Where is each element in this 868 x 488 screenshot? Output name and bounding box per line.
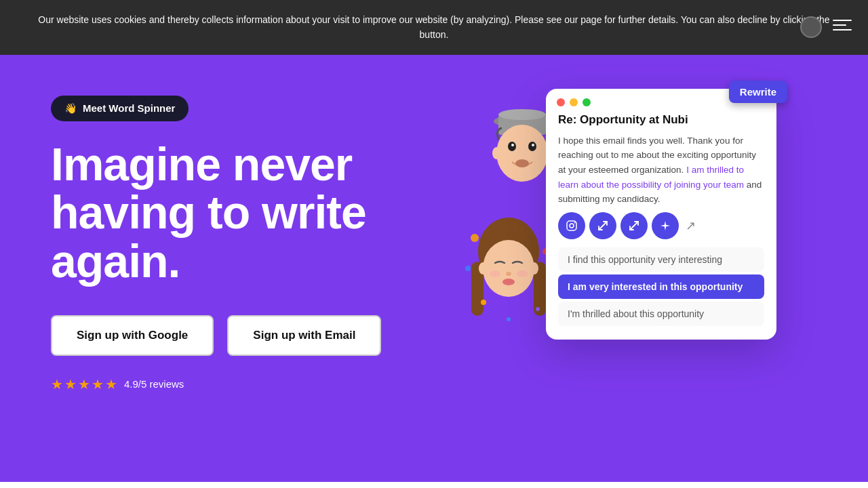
- signup-email-button[interactable]: Sign up with Email: [227, 315, 381, 356]
- user-avatar: [800, 16, 822, 38]
- hero-headline: Imagine never having to write again.: [51, 140, 444, 285]
- svg-point-22: [502, 279, 515, 285]
- svg-point-20: [490, 270, 500, 277]
- svg-point-11: [471, 234, 479, 242]
- svg-point-5: [528, 142, 536, 151]
- svg-point-27: [536, 307, 540, 311]
- traffic-light-yellow: [570, 98, 578, 106]
- star-5: ★: [105, 376, 117, 392]
- svg-point-2: [498, 109, 546, 120]
- cursor-indicator: ↗: [686, 218, 696, 233]
- svg-point-13: [465, 266, 471, 271]
- toolbar-expand-in-btn[interactable]: [620, 212, 648, 239]
- rating-text: 4.9/5 reviews: [124, 378, 184, 390]
- svg-point-30: [570, 224, 574, 228]
- card-body: Re: Opportunity at Nubi I hope this emai…: [546, 113, 776, 340]
- suggestions-list: I find this opportunity very interesting…: [558, 247, 764, 326]
- svg-point-28: [507, 317, 511, 321]
- svg-point-4: [508, 142, 516, 151]
- hero-buttons: Sign up with Google Sign up with Email: [51, 315, 444, 356]
- suggestion-item-2[interactable]: I am very interested in this opportunity: [558, 274, 764, 299]
- email-card: Rewrite Re: Opportunity at Nubi I hope t…: [546, 89, 776, 340]
- svg-point-25: [530, 262, 538, 274]
- email-subject: Re: Opportunity at Nubi: [558, 113, 764, 127]
- suggestion-item-1[interactable]: I find this opportunity very interesting: [558, 247, 764, 272]
- badge-text: Meet Word Spinner: [83, 102, 175, 114]
- toolbar-row: ↗: [558, 212, 764, 239]
- svg-point-21: [517, 270, 528, 277]
- svg-point-24: [479, 262, 487, 274]
- hero-left: 👋 Meet Word Spinner Imagine never having…: [51, 89, 444, 392]
- star-1: ★: [51, 376, 63, 392]
- cookie-banner: Our website uses cookies and thereby col…: [0, 0, 868, 55]
- rewrite-button[interactable]: Rewrite: [729, 81, 787, 103]
- suggestion-item-3[interactable]: I'm thrilled about this opportunity: [558, 302, 764, 326]
- traffic-light-green: [583, 98, 591, 106]
- star-2: ★: [64, 376, 77, 392]
- rating: ★ ★ ★ ★ ★ 4.9/5 reviews: [51, 376, 444, 392]
- signup-google-button[interactable]: Sign up with Google: [51, 315, 214, 356]
- toolbar-sparkle-btn[interactable]: [652, 212, 679, 239]
- cookie-text: Our website uses cookies and thereby col…: [38, 14, 829, 40]
- svg-point-26: [481, 300, 486, 305]
- traffic-light-red: [557, 98, 565, 106]
- badge-emoji: 👋: [64, 102, 77, 115]
- svg-point-23: [506, 272, 511, 276]
- svg-point-3: [496, 125, 548, 182]
- svg-point-19: [483, 240, 534, 297]
- hero-right: Rewrite Re: Opportunity at Nubi I hope t…: [444, 89, 817, 482]
- svg-point-31: [574, 222, 576, 223]
- star-4: ★: [92, 376, 104, 392]
- headline-line1: Imagine never: [51, 138, 352, 190]
- headline-line3: again.: [51, 235, 180, 287]
- svg-point-8: [515, 159, 529, 167]
- email-content: I hope this email finds you well. Thank …: [558, 134, 764, 207]
- svg-point-6: [511, 144, 514, 146]
- star-3: ★: [78, 376, 90, 392]
- headline-line2: having to write: [51, 186, 366, 238]
- toolbar-expand-out-btn[interactable]: [589, 212, 616, 239]
- hero-section: 👋 Meet Word Spinner Imagine never having…: [0, 55, 868, 482]
- toolbar-instagram-btn[interactable]: [558, 212, 585, 239]
- filter-icon[interactable]: [833, 20, 852, 35]
- svg-point-7: [532, 144, 534, 146]
- svg-point-9: [492, 147, 500, 159]
- stars: ★ ★ ★ ★ ★: [51, 376, 117, 392]
- meet-badge[interactable]: 👋 Meet Word Spinner: [51, 96, 189, 121]
